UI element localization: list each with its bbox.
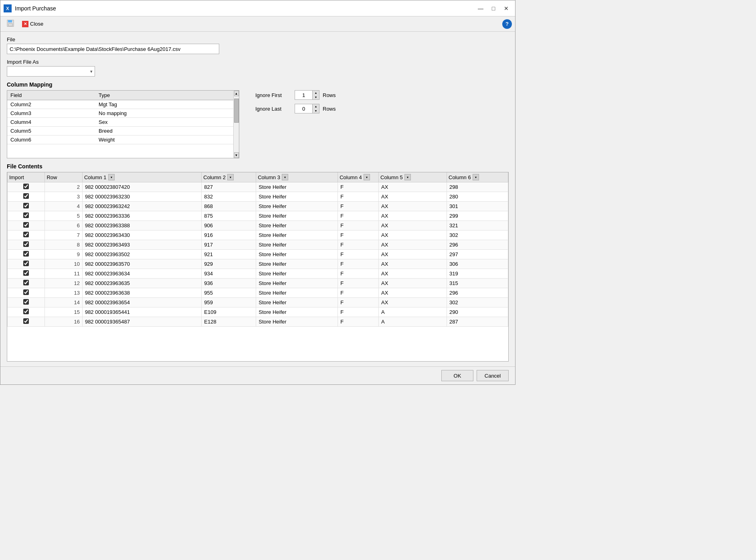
mapping-field-cell: Column3 xyxy=(7,109,95,118)
close-icon: ✕ xyxy=(22,21,28,27)
data-cell: 319 xyxy=(447,269,508,279)
ignore-first-down[interactable]: ▼ xyxy=(313,95,319,99)
maximize-button[interactable]: □ xyxy=(488,4,499,13)
import-checkbox[interactable] xyxy=(23,232,29,237)
mapping-table-row[interactable]: Column2Mgt Tag xyxy=(7,100,239,109)
import-checkbox[interactable] xyxy=(23,318,29,324)
table-row: 9982 000023963502921Store HeiferFAX297 xyxy=(8,250,508,259)
data-cell: AX xyxy=(379,202,447,211)
mapping-table-container: Field Type Column2Mgt TagColumn3No mappi… xyxy=(7,90,239,158)
import-cell xyxy=(8,259,45,269)
data-cell: 959 xyxy=(202,298,256,307)
th-col3: Column 3 ▾ xyxy=(256,172,338,182)
ignore-last-rows-label: Rows xyxy=(323,106,336,112)
data-cell: 301 xyxy=(447,202,508,211)
row-number-cell: 14 xyxy=(45,298,82,307)
import-checkbox[interactable] xyxy=(23,309,29,314)
mapping-type-cell: Weight xyxy=(95,135,239,144)
data-cell: Store Heifer xyxy=(256,202,338,211)
file-contents-section: File Contents Import Row Column 1 ▾ xyxy=(7,163,509,362)
import-cell xyxy=(8,240,45,250)
ignore-last-up[interactable]: ▲ xyxy=(313,104,319,109)
th-col2-label: Column 2 xyxy=(203,174,226,180)
close-x-button[interactable]: ✕ xyxy=(501,4,512,13)
col2-arrow[interactable]: ▾ xyxy=(227,174,234,180)
row-number-cell: 15 xyxy=(45,307,82,317)
data-cell: Store Heifer xyxy=(256,298,338,307)
data-cell: Store Heifer xyxy=(256,192,338,202)
minimize-button[interactable]: — xyxy=(475,4,486,13)
ignore-first-input-wrapper: ▲ ▼ xyxy=(295,90,319,100)
data-cell: F xyxy=(338,269,379,279)
import-checkbox[interactable] xyxy=(23,222,29,228)
import-cell xyxy=(8,307,45,317)
import-checkbox[interactable] xyxy=(23,280,29,285)
import-checkbox[interactable] xyxy=(23,184,29,189)
col5-arrow[interactable]: ▾ xyxy=(404,174,411,180)
mapping-type-cell: Breed xyxy=(95,127,239,135)
mapping-table-row[interactable]: Column5Breed xyxy=(7,127,239,135)
data-cell: 868 xyxy=(202,202,256,211)
cancel-button[interactable]: Cancel xyxy=(477,370,509,381)
import-checkbox[interactable] xyxy=(23,270,29,276)
row-number-cell: 10 xyxy=(45,259,82,269)
data-cell: 982 000023963430 xyxy=(82,230,201,240)
col4-arrow[interactable]: ▾ xyxy=(364,174,370,180)
mapping-table-row[interactable]: Column4Sex xyxy=(7,118,239,127)
table-row: 5982 000023963336875Store HeiferFAX299 xyxy=(8,211,508,221)
import-checkbox[interactable] xyxy=(23,193,29,199)
col1-arrow[interactable]: ▾ xyxy=(108,174,115,180)
data-cell: 921 xyxy=(202,250,256,259)
import-file-as-select[interactable] xyxy=(7,66,95,77)
row-number-cell: 2 xyxy=(45,182,82,192)
ignore-last-down[interactable]: ▼ xyxy=(313,109,319,113)
ignore-last-input[interactable] xyxy=(295,104,312,113)
data-cell: Store Heifer xyxy=(256,279,338,288)
ignore-first-label: Ignore First xyxy=(255,92,291,98)
scrollbar-thumb[interactable] xyxy=(234,99,239,123)
scrollbar-up[interactable]: ▲ xyxy=(234,91,239,96)
ok-button[interactable]: OK xyxy=(441,370,473,381)
help-button[interactable]: ? xyxy=(502,19,512,29)
file-input[interactable] xyxy=(7,44,219,54)
th-col6-label: Column 6 xyxy=(449,174,471,180)
ignore-first-spinner: ▲ ▼ xyxy=(312,90,319,100)
data-cell: F xyxy=(338,182,379,192)
mapping-table: Field Type Column2Mgt TagColumn3No mappi… xyxy=(7,91,239,144)
data-cell: Store Heifer xyxy=(256,182,338,192)
mapping-table-row[interactable]: Column6Weight xyxy=(7,135,239,144)
th-col3-label: Column 3 xyxy=(258,174,280,180)
ignore-first-row: Ignore First ▲ ▼ Rows xyxy=(255,90,336,100)
import-checkbox[interactable] xyxy=(23,212,29,218)
th-col1-label: Column 1 xyxy=(84,174,107,180)
ignore-first-up[interactable]: ▲ xyxy=(313,91,319,95)
import-checkbox[interactable] xyxy=(23,241,29,247)
data-cell: F xyxy=(338,250,379,259)
data-cell: 917 xyxy=(202,240,256,250)
save-button[interactable] xyxy=(4,18,17,30)
ignore-first-input[interactable] xyxy=(295,90,312,100)
data-cell: 936 xyxy=(202,279,256,288)
import-checkbox[interactable] xyxy=(23,251,29,257)
scrollbar-down[interactable]: ▼ xyxy=(234,152,239,158)
import-checkbox[interactable] xyxy=(23,203,29,208)
close-button[interactable]: ✕ Close xyxy=(19,18,46,30)
mapping-table-row[interactable]: Column3No mapping xyxy=(7,109,239,118)
col3-arrow[interactable]: ▾ xyxy=(282,174,288,180)
data-cell: 297 xyxy=(447,250,508,259)
col6-arrow[interactable]: ▾ xyxy=(473,174,479,180)
ignore-last-spinner: ▲ ▼ xyxy=(312,104,319,113)
ignore-last-row: Ignore Last ▲ ▼ Rows xyxy=(255,104,336,113)
import-checkbox[interactable] xyxy=(23,299,29,305)
data-cell: Store Heifer xyxy=(256,240,338,250)
mapping-field-cell: Column6 xyxy=(7,135,95,144)
table-row: 3982 000023963230832Store HeiferFAX280 xyxy=(8,192,508,202)
mapping-table-head: Field Type xyxy=(7,91,239,100)
mapping-type-cell: Mgt Tag xyxy=(95,100,239,109)
data-cell: 832 xyxy=(202,192,256,202)
import-checkbox[interactable] xyxy=(23,289,29,295)
data-cell: F xyxy=(338,240,379,250)
mapping-scrollbar: ▲ ▼ xyxy=(233,91,239,158)
import-checkbox[interactable] xyxy=(23,261,29,266)
import-cell xyxy=(8,279,45,288)
